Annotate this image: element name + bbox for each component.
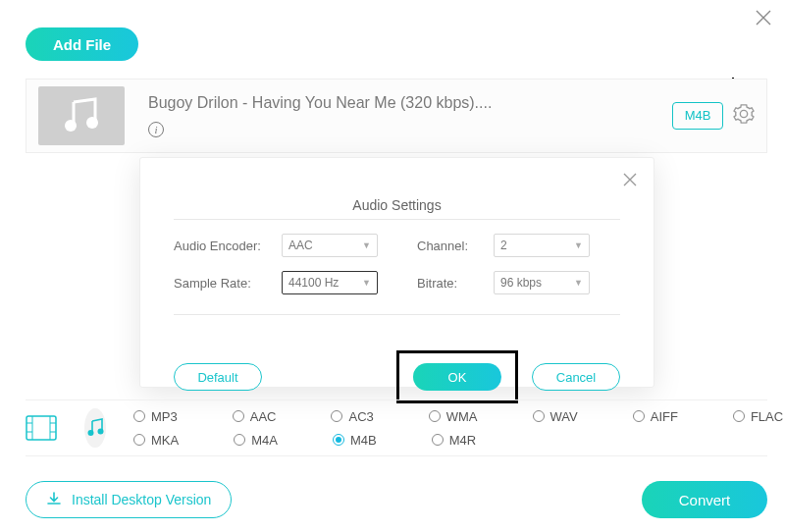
chevron-down-icon: ▼ (362, 240, 371, 250)
file-title: Bugoy Drilon - Having You Near Me (320 k… (148, 94, 672, 112)
svg-point-10 (98, 429, 104, 435)
chevron-down-icon: ▼ (574, 278, 583, 288)
ok-button[interactable]: OK (413, 363, 501, 391)
add-file-button[interactable]: Add File (26, 27, 138, 61)
format-label: MKA (151, 433, 179, 448)
format-radio-wma[interactable]: WMA (429, 409, 478, 424)
format-radio-aac[interactable]: AAC (233, 409, 277, 424)
dialog-close-icon[interactable] (620, 170, 640, 193)
encoder-label: Audio Encoder: (174, 239, 282, 253)
install-desktop-label: Install Desktop Version (72, 492, 211, 507)
format-radio-mka[interactable]: MKA (133, 433, 179, 448)
divider (174, 314, 620, 315)
format-label: WAV (550, 409, 578, 424)
dialog-title: Audio Settings (174, 197, 620, 213)
close-icon[interactable] (754, 8, 775, 29)
format-label: FLAC (751, 409, 783, 424)
divider (174, 219, 620, 220)
format-radio-m4r[interactable]: M4R (432, 433, 476, 448)
ok-highlight-frame: OK (396, 350, 518, 403)
format-radio-mp3[interactable]: MP3 (133, 409, 178, 424)
format-radio-m4a[interactable]: M4A (234, 433, 278, 448)
format-label: M4R (449, 433, 476, 448)
video-tab-icon[interactable] (26, 408, 57, 448)
radio-dot-icon (432, 434, 444, 446)
radio-dot-icon (331, 410, 342, 422)
format-radio-m4b[interactable]: M4B (333, 433, 377, 448)
radio-dot-icon (233, 410, 244, 422)
svg-point-1 (86, 117, 98, 129)
chevron-down-icon: ▼ (574, 240, 583, 250)
radio-dot-icon (133, 410, 145, 422)
format-label: M4A (251, 433, 278, 448)
radio-dot-icon (133, 434, 145, 446)
channel-select[interactable]: 2▼ (494, 234, 590, 257)
download-icon (46, 491, 62, 509)
footer: Install Desktop Version Convert (26, 481, 767, 518)
info-icon[interactable]: i (148, 122, 164, 137)
radio-dot-icon (234, 434, 245, 446)
format-radio-flac[interactable]: FLAC (733, 409, 783, 424)
format-label: MP3 (151, 409, 178, 424)
cancel-button[interactable]: Cancel (532, 363, 620, 391)
format-radio-ac3[interactable]: AC3 (331, 409, 373, 424)
sample-rate-label: Sample Rate: (174, 276, 282, 291)
format-label: M4B (350, 433, 377, 448)
audio-settings-dialog: Audio Settings Audio Encoder: AAC▼ Chann… (139, 157, 654, 388)
audio-tab-icon[interactable] (84, 408, 106, 448)
radio-dot-icon (429, 410, 441, 422)
chevron-down-icon: ▼ (362, 278, 371, 288)
file-row: Bugoy Drilon - Having You Near Me (320 k… (26, 79, 767, 153)
bitrate-select[interactable]: 96 kbps▼ (494, 271, 590, 294)
format-radio-aiff[interactable]: AIFF (633, 409, 678, 424)
convert-button[interactable]: Convert (642, 481, 767, 518)
radio-dot-icon (533, 410, 545, 422)
format-label: AC3 (348, 409, 373, 424)
radio-dot-icon (333, 434, 344, 446)
channel-label: Channel: (417, 239, 494, 253)
bitrate-label: Bitrate: (417, 276, 494, 291)
gear-icon[interactable] (733, 103, 755, 129)
sample-rate-select[interactable]: 44100 Hz▼ (282, 271, 378, 294)
format-label: AIFF (651, 409, 678, 424)
radio-dot-icon (733, 410, 745, 422)
format-label: AAC (250, 409, 277, 424)
radio-dot-icon (633, 410, 645, 422)
format-badge[interactable]: M4B (672, 102, 723, 130)
default-button[interactable]: Default (174, 363, 262, 391)
formats-bar: MP3AACAC3WMAWAVAIFFFLAC MKAM4AM4BM4R (26, 399, 767, 456)
file-thumbnail-music-icon (38, 86, 125, 145)
svg-rect-2 (26, 416, 56, 440)
install-desktop-button[interactable]: Install Desktop Version (26, 481, 232, 518)
encoder-select[interactable]: AAC▼ (282, 234, 378, 257)
format-label: WMA (446, 409, 478, 424)
format-radio-wav[interactable]: WAV (533, 409, 578, 424)
